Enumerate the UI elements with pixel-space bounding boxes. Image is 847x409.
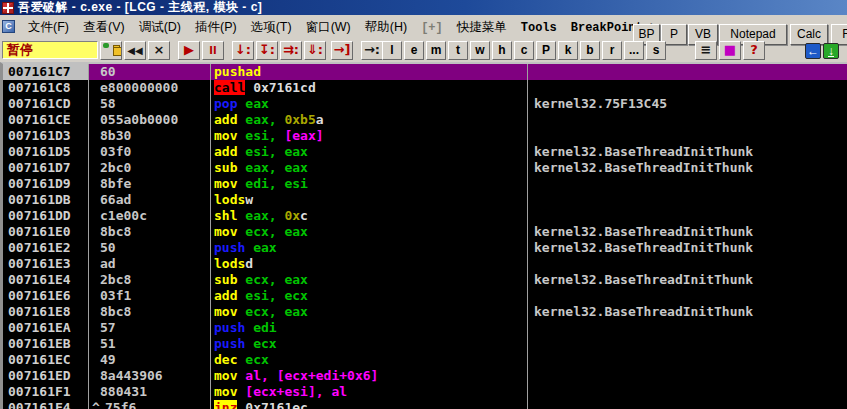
disasm-row[interactable]: 007161E42bc8sub ecx, eaxkernel32.BaseThr… [3, 272, 847, 288]
instruction-cell: mov ecx, eax [211, 224, 528, 240]
executables-window-button[interactable]: e [404, 41, 424, 60]
execute-till-return-icon[interactable]: →] [331, 41, 353, 60]
disasm-row[interactable]: 007161EC49dec ecx [3, 352, 847, 368]
address-cell: 007161EC [3, 352, 89, 368]
execute-till-user-icon[interactable]: →: [361, 41, 383, 60]
bytes-cell: 8bc8 [89, 304, 211, 320]
menu-quick-menu[interactable]: 快捷菜单 [450, 20, 514, 34]
comment-cell [528, 64, 847, 80]
lcg-windows-icon[interactable]: ■ [719, 41, 741, 60]
disasm-row[interactable]: 007161CD58pop eaxkernel32.75F13C45 [3, 96, 847, 112]
disasm-row[interactable]: 007161E603f1add esi, ecx [3, 288, 847, 304]
disasm-row[interactable]: 007161EB51push ecx [3, 336, 847, 352]
instruction-cell: lodsd [211, 256, 528, 272]
disasm-row[interactable]: 007161F1880431mov [ecx+esi], al [3, 384, 847, 400]
breakpoints-window-button[interactable]: b [580, 41, 600, 60]
disasm-row[interactable]: 007161D98bfemov edi, esi [3, 176, 847, 192]
threads-window-button[interactable]: t [448, 41, 468, 60]
debug-status-badge: 暂停 [2, 41, 98, 59]
disasm-row[interactable]: 007161E3adlodsd [3, 256, 847, 272]
menu-plugins[interactable]: 插件(P) [188, 20, 244, 34]
options-icon[interactable]: ≡ [695, 41, 717, 60]
instruction-cell: push eax [211, 240, 528, 256]
open-file-icon[interactable] [100, 41, 122, 60]
menu-window[interactable]: 窗口(W) [299, 20, 358, 34]
window-title: 吾爱破解 - c.exe - [LCG - 主线程, 模块 - c] [18, 0, 262, 16]
jump-direction-caret: ^ [92, 400, 105, 409]
bytes-cell: 03f1 [89, 288, 211, 304]
address-cell: 007161E8 [3, 304, 89, 320]
disasm-row[interactable]: 007161D72bc0sub eax, eaxkernel32.BaseThr… [3, 160, 847, 176]
animate-into-icon[interactable]: ⇉: [280, 41, 302, 60]
instruction-cell: add esi, ecx [211, 288, 528, 304]
help-icon[interactable]: ? [743, 41, 765, 60]
restart-icon[interactable]: ◀◀ [124, 41, 146, 60]
references-window-button[interactable]: r [602, 41, 622, 60]
run-icon[interactable]: ▶ [178, 41, 200, 60]
disasm-row[interactable]: 007161EA57push edi [3, 320, 847, 336]
comment-cell [528, 384, 847, 400]
address-cell: 007161F1 [3, 384, 89, 400]
cpu-window-button[interactable]: c [514, 41, 534, 60]
address-cell: 007161E4 [3, 272, 89, 288]
menu-view[interactable]: 查看(V) [76, 20, 132, 34]
menu-help[interactable]: 帮助(H) [358, 20, 414, 34]
windows-window-button[interactable]: w [470, 41, 490, 60]
disasm-row[interactable]: 007161E08bc8mov ecx, eaxkernel32.BaseThr… [3, 224, 847, 240]
address-cell: 007161EA [3, 320, 89, 336]
child-window-icon[interactable]: C [2, 20, 15, 33]
source-window-button[interactable]: s [646, 41, 666, 60]
disasm-row[interactable]: 007161DDc1e00cshl eax, 0xc [3, 208, 847, 224]
step-into-icon[interactable]: ↓: [232, 41, 254, 60]
instruction-cell: pushad [211, 64, 528, 80]
address-cell: 007161E6 [3, 288, 89, 304]
disasm-row[interactable]: 007161D503f0add esi, eaxkernel32.BaseThr… [3, 144, 847, 160]
instruction-cell: push edi [211, 320, 528, 336]
menu-options[interactable]: 选项(T) [244, 20, 299, 34]
disasm-row[interactable]: 007161C760pushad [3, 64, 847, 80]
step-over-icon[interactable]: ↧: [256, 41, 278, 60]
address-cell: 007161C8 [3, 80, 89, 96]
disasm-row[interactable]: 007161C8e800000000call 0x7161cd [3, 80, 847, 96]
memory-window-button[interactable]: m [426, 41, 446, 60]
menu-file[interactable]: 文件(F) [21, 20, 76, 34]
bytes-cell: 66ad [89, 192, 211, 208]
comment-cell [528, 320, 847, 336]
menu-debug[interactable]: 调试(D) [132, 20, 188, 34]
animate-over-icon[interactable]: ⇓: [304, 41, 326, 60]
app-logo-icon [2, 2, 14, 14]
pause-icon[interactable]: II [202, 41, 224, 60]
close-debuggee-icon[interactable]: × [148, 41, 170, 60]
disassembly-pane[interactable]: 007161C760pushad007161C8e800000000call 0… [0, 62, 847, 409]
handles-window-button[interactable]: h [492, 41, 512, 60]
disasm-row[interactable]: 007161F4^75f6jnz 0x7161ec [3, 400, 847, 409]
f-button-clipped[interactable]: F [831, 24, 847, 45]
log-window-button[interactable]: l [382, 41, 402, 60]
address-cell: 007161EB [3, 336, 89, 352]
disasm-row[interactable]: 007161CE055a0b0000add eax, 0xb5a [3, 112, 847, 128]
instruction-cell: add eax, 0xb5a [211, 112, 528, 128]
menu-tools[interactable]: Tools [514, 21, 564, 35]
disasm-row[interactable]: 007161E250push eaxkernel32.BaseThreadIni… [3, 240, 847, 256]
disasm-row[interactable]: 007161D38b30mov esi, [eax] [3, 128, 847, 144]
comment-cell: kernel32.BaseThreadInitThunk [528, 272, 847, 288]
runtrace-window-button[interactable]: ... [624, 41, 644, 60]
instruction-cell: sub eax, eax [211, 160, 528, 176]
download-icon[interactable]: ↓ [823, 43, 839, 59]
menu-plus[interactable]: [+] [414, 21, 450, 35]
comment-cell [528, 192, 847, 208]
address-cell: 007161E2 [3, 240, 89, 256]
back-icon[interactable]: ← [805, 43, 821, 59]
disasm-row[interactable]: 007161DB66adlodsw [3, 192, 847, 208]
disasm-row[interactable]: 007161ED8a443906mov al, [ecx+edi+0x6] [3, 368, 847, 384]
bytes-cell: 51 [89, 336, 211, 352]
calc-button[interactable]: Calc [790, 24, 828, 45]
right-toolbar: ←↓ [805, 43, 841, 59]
disasm-row[interactable]: 007161E88bc8mov ecx, eaxkernel32.BaseThr… [3, 304, 847, 320]
debug-toolbar: ◀◀×▶II↓:↧:⇉:⇓:→]→: [100, 41, 385, 60]
titlebar[interactable]: 吾爱破解 - c.exe - [LCG - 主线程, 模块 - c] [0, 0, 847, 15]
bytes-cell: 2bc0 [89, 160, 211, 176]
patches-window-button[interactable]: P [536, 41, 556, 60]
comment-cell [528, 368, 847, 384]
callstack-window-button[interactable]: k [558, 41, 578, 60]
